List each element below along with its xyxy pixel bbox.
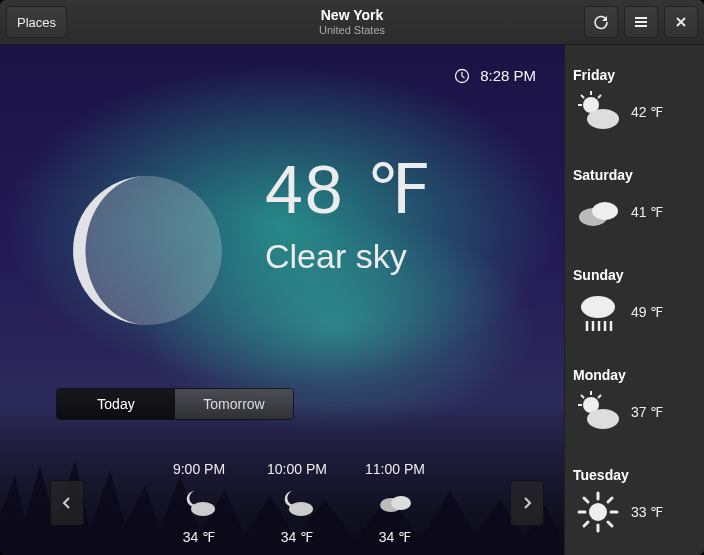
svg-point-11	[587, 109, 619, 129]
headerbar: Places New York United States	[0, 0, 704, 45]
forecast-day: Friday 42 ℉	[573, 67, 696, 137]
forecast-day: Monday 37 ℉	[573, 367, 696, 437]
close-icon	[674, 15, 688, 29]
few-clouds-day-icon	[573, 387, 623, 437]
svg-point-13	[592, 202, 618, 220]
svg-point-2	[191, 502, 215, 516]
svg-line-24	[598, 395, 601, 398]
hour-temp: 34 ℉	[379, 529, 411, 545]
hour-temp: 34 ℉	[183, 529, 215, 545]
svg-line-10	[598, 95, 601, 98]
hour-time: 10:00 PM	[267, 461, 327, 477]
svg-point-3	[289, 502, 313, 516]
forecast-day-name: Monday	[573, 367, 696, 383]
current-temperature: 48 ℉	[265, 150, 433, 229]
svg-line-23	[581, 395, 584, 398]
overcast-icon	[573, 187, 623, 237]
main-panel: 8:28 PM 48 ℉ Clear sky Today Tomorrow	[0, 45, 564, 555]
current-weather: 48 ℉ Clear sky	[265, 150, 433, 276]
svg-point-26	[589, 503, 607, 521]
few-clouds-day-icon	[573, 87, 623, 137]
forecast-temp: 49 ℉	[631, 304, 663, 320]
clock: 8:28 PM	[454, 67, 536, 84]
forecast-temp: 33 ℉	[631, 504, 663, 520]
location-sub: United States	[319, 24, 385, 36]
header-controls	[584, 6, 698, 38]
hour-temp: 34 ℉	[281, 529, 313, 545]
hourly-forecast: 9:00 PM 34 ℉ 10:00 PM 34 ℉	[50, 461, 544, 545]
svg-line-34	[608, 498, 612, 502]
content: 8:28 PM 48 ℉ Clear sky Today Tomorrow	[0, 45, 704, 555]
hour-item: 10:00 PM 34 ℉	[258, 461, 336, 545]
showers-icon	[573, 287, 623, 337]
svg-line-31	[584, 498, 588, 502]
svg-point-25	[587, 409, 619, 429]
forecast-day: Saturday 41 ℉	[573, 167, 696, 237]
svg-line-9	[581, 95, 584, 98]
hourly-prev-button[interactable]	[50, 480, 84, 526]
hamburger-icon	[633, 14, 649, 30]
clock-icon	[454, 68, 470, 84]
forecast-temp: 42 ℉	[631, 104, 663, 120]
close-button[interactable]	[664, 6, 698, 38]
forecast-day-name: Friday	[573, 67, 696, 83]
hour-time: 9:00 PM	[173, 461, 225, 477]
chevron-right-icon	[522, 496, 532, 510]
clock-time: 8:28 PM	[480, 67, 536, 84]
current-condition: Clear sky	[265, 237, 433, 276]
header-title: New York United States	[319, 8, 385, 35]
places-button[interactable]: Places	[6, 6, 67, 38]
hourly-list: 9:00 PM 34 ℉ 10:00 PM 34 ℉	[84, 461, 510, 545]
svg-line-32	[608, 522, 612, 526]
tab-tomorrow[interactable]: Tomorrow	[175, 389, 293, 419]
refresh-button[interactable]	[584, 6, 618, 38]
window: Places New York United States 8:28 PM	[0, 0, 704, 555]
chevron-left-icon	[62, 496, 72, 510]
forecast-temp: 37 ℉	[631, 404, 663, 420]
svg-point-5	[391, 496, 411, 510]
few-clouds-night-icon	[277, 483, 317, 523]
svg-point-14	[581, 296, 615, 318]
forecast-sidebar[interactable]: Friday 42 ℉ Saturday 41 ℉ Sund	[564, 45, 704, 555]
hourly-next-button[interactable]	[510, 480, 544, 526]
forecast-day: Sunday 49 ℉	[573, 267, 696, 337]
refresh-icon	[593, 14, 609, 30]
hour-item: 11:00 PM 34 ℉	[356, 461, 434, 545]
hour-item: 9:00 PM 34 ℉	[160, 461, 238, 545]
forecast-temp: 41 ℉	[631, 204, 663, 220]
day-selector: Today Tomorrow	[56, 388, 294, 420]
hour-time: 11:00 PM	[365, 461, 425, 477]
clear-day-icon	[573, 487, 623, 537]
tab-today[interactable]: Today	[57, 389, 175, 419]
forecast-day: Tuesday 33 ℉	[573, 467, 696, 537]
menu-button[interactable]	[624, 6, 658, 38]
forecast-day-name: Sunday	[573, 267, 696, 283]
few-clouds-night-icon	[179, 483, 219, 523]
forecast-day-name: Tuesday	[573, 467, 696, 483]
location-name: New York	[319, 8, 385, 23]
forecast-day-name: Saturday	[573, 167, 696, 183]
moon-icon	[70, 173, 225, 328]
overcast-icon	[375, 483, 415, 523]
svg-line-33	[584, 522, 588, 526]
